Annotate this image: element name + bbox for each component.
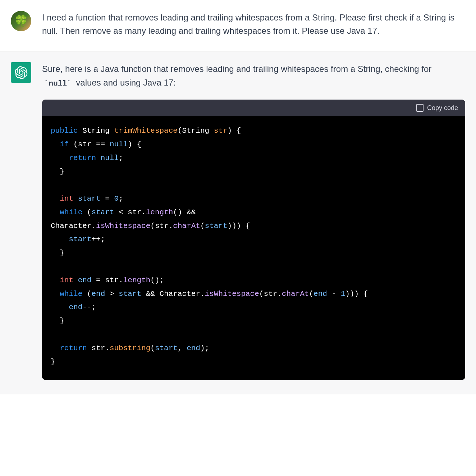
user-avatar-icon: 🍀 — [11, 11, 31, 31]
code-header: Copy code — [42, 100, 465, 116]
intro-suffix: values and using Java 17: — [74, 78, 176, 87]
code-content: public String trimWhitespace(String str)… — [51, 124, 457, 369]
assistant-message-content: Sure, here is a Java function that remov… — [42, 62, 465, 380]
code-block: Copy code public String trimWhitespace(S… — [42, 100, 465, 380]
copy-code-button[interactable]: Copy code — [416, 104, 458, 112]
assistant-avatar — [11, 62, 31, 83]
assistant-message: Sure, here is a Java function that remov… — [0, 51, 476, 394]
user-text: I need a function that removes leading a… — [42, 11, 465, 37]
user-avatar: 🍀 — [11, 11, 31, 31]
copy-label: Copy code — [427, 104, 458, 112]
intro-prefix: Sure, here is a Java function that remov… — [42, 64, 431, 74]
user-message-content: I need a function that removes leading a… — [42, 11, 465, 40]
openai-logo-icon — [15, 66, 28, 79]
inline-code-null: `null` — [42, 79, 74, 88]
user-message: 🍀 I need a function that removes leading… — [0, 0, 476, 51]
clipboard-icon — [416, 104, 424, 112]
code-body: public String trimWhitespace(String str)… — [42, 116, 465, 380]
assistant-intro-text: Sure, here is a Java function that remov… — [42, 62, 465, 90]
